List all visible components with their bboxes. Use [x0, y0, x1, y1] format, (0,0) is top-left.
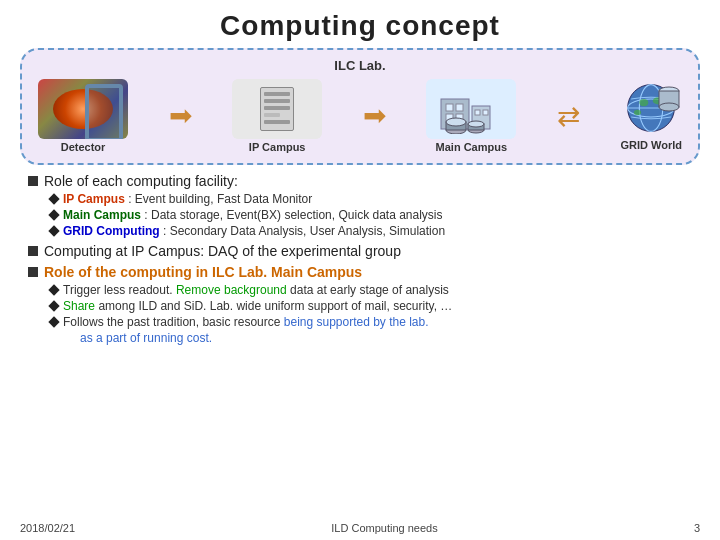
follows-text: Follows the past tradition, basic resour… — [63, 315, 284, 329]
arrow-ip-to-main: ➡ — [363, 102, 386, 130]
footer-center: ILD Computing needs — [331, 522, 437, 534]
grid-world-label: GRID World — [620, 139, 682, 151]
ilc-item-1: Trigger less readout. Remove background … — [50, 283, 692, 297]
detector-image — [38, 79, 128, 139]
role-grid-text: GRID Computing : Secondary Data Analysis… — [63, 224, 445, 238]
svg-rect-1 — [446, 104, 453, 111]
diamond-icon-5 — [48, 300, 59, 311]
role-main-bullet: Role of each computing facility: — [28, 173, 692, 189]
ilc-item-3-text: Follows the past tradition, basic resour… — [63, 315, 429, 329]
main-campus-highlight: Main Campus — [63, 208, 141, 222]
role-main-sub-bullet: Main Campus : Data storage, Event(BX) se… — [50, 208, 692, 222]
server-line-5 — [264, 120, 290, 124]
role-ip-bullet: IP Campus : Event building, Fast Data Mo… — [50, 192, 692, 206]
share-text: Share — [63, 299, 95, 313]
svg-point-23 — [659, 103, 679, 111]
square-icon — [28, 176, 38, 186]
role-ilc-section: Role of the computing in ILC Lab. Main C… — [28, 264, 692, 345]
diamond-icon-4 — [48, 284, 59, 295]
ilc-item-3-cont: as a part of running cost. — [80, 331, 692, 345]
svg-rect-2 — [456, 104, 463, 111]
role-section: Role of each computing facility: IP Camp… — [28, 173, 692, 238]
arrow-main-to-grid: ⇄ — [557, 100, 580, 133]
detector-label: Detector — [61, 141, 106, 153]
svg-rect-7 — [483, 110, 488, 115]
diamond-icon-2 — [48, 209, 59, 220]
remove-bg-text: Remove background — [176, 283, 287, 297]
role-main-text: Main Campus : Data storage, Event(BX) se… — [63, 208, 443, 222]
role-ip-text: IP Campus : Event building, Fast Data Mo… — [63, 192, 312, 206]
content-area: Role of each computing facility: IP Camp… — [0, 165, 720, 354]
computing-section: Computing at IP Campus: DAQ of the exper… — [28, 243, 692, 259]
grid-world-item: GRID World — [620, 81, 682, 151]
ilc-item-2: Share among ILD and SiD. Lab. wide unifo… — [50, 299, 692, 313]
svg-point-18 — [640, 99, 649, 106]
footer-page: 3 — [694, 522, 700, 534]
computing-title: Computing at IP Campus: DAQ of the exper… — [44, 243, 401, 259]
main-campus-desc: : Data storage, Event(BX) selection, Qui… — [144, 208, 442, 222]
early-stage-text: data at early stage of analysis — [290, 283, 449, 297]
role-title: Role of each computing facility: — [44, 173, 238, 189]
main-campus-item: Main Campus — [426, 79, 516, 153]
ip-campus-label: IP Campus — [249, 141, 306, 153]
building-svg — [436, 84, 506, 134]
server-icon — [260, 87, 294, 131]
ilc-lab-label: ILC Lab. — [38, 58, 682, 73]
diamond-icon-3 — [48, 225, 59, 236]
server-line-1 — [264, 92, 290, 96]
page-title: Computing concept — [0, 0, 720, 48]
role-ilc-title: Role of the computing in ILC Lab. Main C… — [44, 264, 362, 280]
svg-point-13 — [468, 121, 484, 127]
main-campus-label: Main Campus — [436, 141, 508, 153]
being-supported-text: being supported by the lab. — [284, 315, 429, 329]
diamond-icon — [48, 193, 59, 204]
ilc-item-1-text: Trigger less readout. Remove background … — [63, 283, 449, 297]
main-campus-image — [426, 79, 516, 139]
footer: 2018/02/21 ILD Computing needs 3 — [0, 522, 720, 534]
svg-rect-6 — [475, 110, 480, 115]
role-ilc-main-bullet: Role of the computing in ILC Lab. Main C… — [28, 264, 692, 280]
svg-point-10 — [446, 118, 466, 126]
ip-campus-image — [232, 79, 322, 139]
server-line-4 — [264, 113, 280, 117]
square-icon-3 — [28, 267, 38, 277]
ilc-lab-container: ILC Lab. Detector ➡ IP Campus — [20, 48, 700, 165]
ip-campus-item: IP Campus — [232, 79, 322, 153]
ip-campus-desc: : Event building, Fast Data Monitor — [128, 192, 312, 206]
ilc-item-2-text: Share among ILD and SiD. Lab. wide unifo… — [63, 299, 452, 313]
detector-item: Detector — [38, 79, 128, 153]
footer-date: 2018/02/21 — [20, 522, 75, 534]
server-line-3 — [264, 106, 290, 110]
running-cost-text: as a part of running cost. — [80, 331, 212, 345]
ip-campus-highlight: IP Campus — [63, 192, 125, 206]
role-grid-bullet: GRID Computing : Secondary Data Analysis… — [50, 224, 692, 238]
computing-main-bullet: Computing at IP Campus: DAQ of the exper… — [28, 243, 692, 259]
ild-sid-text: among ILD and SiD. Lab. wide uniform sup… — [98, 299, 452, 313]
diamond-icon-6 — [48, 316, 59, 327]
ilc-item-3: Follows the past tradition, basic resour… — [50, 315, 692, 329]
db-icons — [657, 85, 681, 117]
arrow-detector-to-ip: ➡ — [169, 102, 192, 130]
svg-point-20 — [634, 110, 641, 115]
server-line-2 — [264, 99, 290, 103]
grid-highlight: GRID Computing — [63, 224, 160, 238]
trigger-text: Trigger less readout. — [63, 283, 176, 297]
square-icon-2 — [28, 246, 38, 256]
grid-desc: : Secondary Data Analysis, User Analysis… — [163, 224, 445, 238]
